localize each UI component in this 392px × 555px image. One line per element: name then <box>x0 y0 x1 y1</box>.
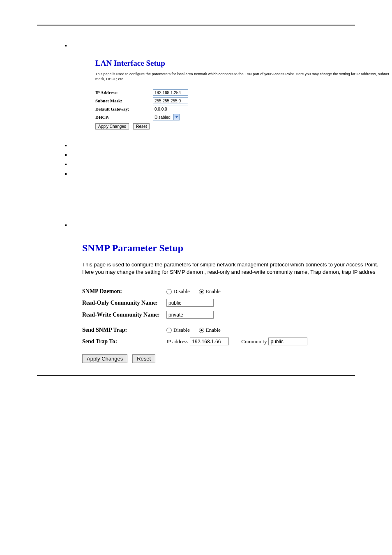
radio-icon <box>166 328 172 333</box>
bullet-item <box>65 151 392 156</box>
reset-button[interactable]: Reset <box>133 123 150 130</box>
label-gw: Default Gateway: <box>95 106 153 111</box>
lan-interface-panel: LAN Interface Setup This page is used to… <box>95 59 391 130</box>
bullet-icon <box>65 45 67 46</box>
lan-title: LAN Interface Setup <box>95 59 391 68</box>
snmp-parameter-panel: SNMP Parameter Setup This page is used t… <box>82 243 391 363</box>
label-ip-address: IP address <box>166 338 188 345</box>
top-rule <box>37 25 355 25</box>
bullet-icon <box>65 145 67 146</box>
send-trap-enable-radio[interactable]: Enable <box>199 327 221 333</box>
reset-button[interactable]: Reset <box>132 354 155 363</box>
ip-address-input[interactable] <box>153 89 188 96</box>
label-community: Community <box>241 338 267 345</box>
label-ip: IP Address: <box>95 90 153 95</box>
label-rw-community: Read-Write Community Name: <box>82 312 166 318</box>
label-send-trap: Send SNMP Trap: <box>82 327 166 333</box>
snmp-daemon-enable-radio[interactable]: Enable <box>199 288 221 295</box>
bullet-item <box>65 222 392 226</box>
apply-changes-button[interactable]: Apply Changes <box>82 354 127 363</box>
send-trap-disable-radio[interactable]: Disable <box>166 327 190 333</box>
default-gateway-input[interactable] <box>153 106 188 112</box>
snmp-description: This page is used to configure the param… <box>82 261 391 275</box>
label-ro-community: Read-Only Community Name: <box>82 300 166 306</box>
divider <box>82 279 391 279</box>
lan-description: This page is used to configure the param… <box>95 72 391 81</box>
bullet-icon <box>65 173 67 175</box>
label-mask: Subnet Mask: <box>95 98 153 103</box>
snmp-title: SNMP Parameter Setup <box>82 243 391 254</box>
bullet-icon <box>65 154 67 156</box>
subnet-mask-input[interactable] <box>153 97 188 104</box>
radio-label: Enable <box>206 288 221 295</box>
apply-changes-button[interactable]: Apply Changes <box>95 123 129 130</box>
bullet-item <box>65 42 392 46</box>
bullet-icon <box>65 164 67 165</box>
bullet-icon <box>65 224 67 226</box>
read-write-community-input[interactable] <box>166 311 214 319</box>
dhcp-select-value: Disabled <box>154 115 171 120</box>
divider <box>95 84 391 84</box>
snmp-daemon-disable-radio[interactable]: Disable <box>166 288 190 295</box>
radio-icon <box>199 289 204 294</box>
radio-label: Disable <box>173 288 190 295</box>
radio-label: Enable <box>206 327 221 333</box>
bullet-item <box>65 142 392 146</box>
bottom-rule <box>37 375 355 376</box>
label-send-trap-to: Send Trap To: <box>82 338 166 345</box>
radio-icon <box>166 289 172 294</box>
trap-community-input[interactable] <box>268 338 307 345</box>
read-only-community-input[interactable] <box>166 299 214 307</box>
dhcp-select[interactable]: Disabled <box>153 114 180 120</box>
bullet-item <box>65 170 392 175</box>
radio-icon <box>199 328 204 333</box>
label-snmp-daemon: SNMP Daemon: <box>82 288 166 295</box>
chevron-down-icon <box>173 114 179 120</box>
label-dhcp: DHCP: <box>95 115 153 120</box>
bullet-item <box>65 161 392 165</box>
trap-ip-input[interactable] <box>190 338 229 345</box>
radio-label: Disable <box>173 327 190 333</box>
